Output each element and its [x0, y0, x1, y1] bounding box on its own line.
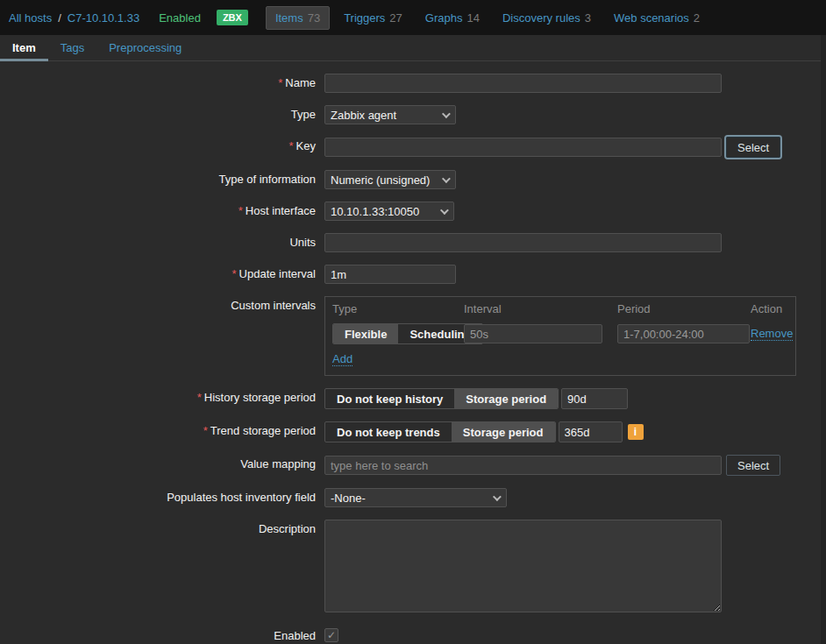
- nav-items-label[interactable]: Items: [275, 11, 303, 25]
- ci-row-interval-cell: [464, 324, 617, 343]
- nav-web-scenarios-label[interactable]: Web scenarios: [614, 11, 689, 25]
- breadcrumb-separator: /: [58, 11, 61, 25]
- required-asterisk: *: [231, 267, 236, 280]
- row-type: Type Zabbix agent: [0, 105, 826, 124]
- trend-storage-toggle: Do not keep trends Storage period: [324, 421, 556, 442]
- name-input[interactable]: [324, 74, 722, 93]
- ci-row-action-cell: Remove: [751, 327, 793, 341]
- row-update-interval: *Update interval: [0, 265, 826, 284]
- row-history-storage: *History storage period Do not keep hist…: [0, 388, 826, 409]
- ci-remove-link[interactable]: Remove: [751, 327, 793, 341]
- type-label: Type: [0, 105, 316, 122]
- nav-items[interactable]: Items 73: [266, 6, 330, 30]
- host-interface-label: *Host interface: [0, 202, 316, 218]
- form-tabbar: Item Tags Preprocessing: [0, 35, 826, 61]
- history-storage-toggle: Do not keep history Storage period: [324, 388, 559, 409]
- nav-graphs-count: 14: [466, 11, 479, 25]
- ci-col-action: Action: [751, 302, 793, 317]
- chevron-down-icon: [442, 110, 451, 118]
- enabled-checkbox[interactable]: ✓: [324, 628, 338, 642]
- key-input[interactable]: [324, 138, 722, 157]
- nav-discovery-rules-count: 3: [585, 11, 591, 25]
- row-custom-intervals: Custom intervals Type Interval Period Ac…: [0, 296, 826, 376]
- history-do-not-keep[interactable]: Do not keep history: [325, 389, 454, 408]
- ci-interval-input[interactable]: [464, 324, 602, 343]
- host-status: Enabled: [159, 11, 201, 25]
- key-select-button[interactable]: Select: [726, 137, 780, 158]
- tab-tags[interactable]: Tags: [48, 35, 96, 60]
- tab-preprocessing[interactable]: Preprocessing: [96, 35, 194, 60]
- host-interface-select-value: 10.10.1.33:10050: [331, 205, 419, 218]
- zbx-agent-badge: ZBX: [217, 10, 248, 25]
- chevron-down-icon: [440, 206, 449, 215]
- info-icon[interactable]: i: [628, 424, 644, 440]
- ci-row-type-cell: Flexible Scheduling: [332, 323, 464, 344]
- type-of-information-label: Type of information: [0, 170, 316, 187]
- units-input[interactable]: [324, 233, 722, 252]
- required-asterisk: *: [203, 424, 208, 437]
- row-trend-storage: *Trend storage period Do not keep trends…: [0, 421, 826, 442]
- nav-web-scenarios-count: 2: [694, 11, 700, 25]
- type-of-information-select[interactable]: Numeric (unsigned): [324, 170, 456, 189]
- required-asterisk: *: [239, 204, 243, 217]
- nav-graphs[interactable]: Graphs 14: [417, 7, 488, 29]
- row-value-mapping: Value mapping Select: [0, 455, 826, 476]
- update-interval-label: *Update interval: [0, 265, 316, 281]
- nav-triggers[interactable]: Triggers 27: [335, 7, 411, 29]
- row-type-of-information: Type of information Numeric (unsigned): [0, 170, 826, 189]
- value-mapping-select-button[interactable]: Select: [726, 455, 780, 476]
- trend-storage-label: *Trend storage period: [0, 421, 316, 438]
- interval-type-toggle: Flexible Scheduling: [332, 323, 483, 344]
- chevron-down-icon: [493, 492, 502, 501]
- nav-triggers-label[interactable]: Triggers: [344, 11, 385, 25]
- required-asterisk: *: [197, 391, 202, 404]
- check-icon: ✓: [327, 629, 336, 641]
- history-storage-period[interactable]: Storage period: [454, 389, 558, 408]
- custom-intervals-table: Type Interval Period Action Flexible Sch…: [324, 296, 796, 376]
- type-select-value: Zabbix agent: [331, 109, 396, 122]
- nav-discovery-rules-label[interactable]: Discovery rules: [502, 11, 580, 25]
- update-interval-input[interactable]: [324, 265, 456, 284]
- custom-intervals-label: Custom intervals: [0, 296, 316, 313]
- key-label: *Key: [0, 137, 316, 153]
- nav-items-count: 73: [308, 11, 320, 25]
- ci-period-input[interactable]: [617, 324, 750, 343]
- description-textarea[interactable]: [324, 520, 722, 612]
- history-storage-label: *History storage period: [0, 388, 316, 405]
- host-navigation-bar: All hosts / C7-10.10.1.33 Enabled ZBX It…: [0, 0, 826, 35]
- ci-col-type: Type: [332, 302, 464, 317]
- value-mapping-input[interactable]: [324, 456, 722, 475]
- enabled-label: Enabled: [0, 626, 316, 643]
- tab-item[interactable]: Item: [0, 35, 48, 60]
- chevron-down-icon: [442, 174, 451, 183]
- row-host-interface: *Host interface 10.10.1.33:10050: [0, 202, 826, 221]
- row-description: Description: [0, 520, 826, 612]
- host-interface-select[interactable]: 10.10.1.33:10050: [324, 202, 454, 221]
- item-form: *Name Type Zabbix agent *Key Select Type…: [0, 61, 826, 644]
- required-asterisk: *: [278, 76, 282, 89]
- nav-triggers-count: 27: [389, 11, 402, 25]
- row-name: *Name: [0, 74, 826, 93]
- breadcrumb-all-hosts[interactable]: All hosts: [9, 11, 52, 25]
- ci-row-period-cell: [617, 324, 751, 343]
- ci-add-link[interactable]: Add: [332, 352, 352, 366]
- breadcrumb-host[interactable]: C7-10.10.1.33: [68, 11, 139, 25]
- trend-storage-period[interactable]: Storage period: [452, 422, 555, 442]
- units-label: Units: [0, 233, 316, 250]
- row-enabled: Enabled ✓: [0, 626, 826, 643]
- scrollbar-track[interactable]: [821, 35, 826, 644]
- host-entity-nav: Items 73 Triggers 27 Graphs 14 Discovery…: [260, 6, 709, 30]
- interval-type-flexible[interactable]: Flexible: [333, 324, 398, 343]
- nav-discovery-rules[interactable]: Discovery rules 3: [494, 7, 600, 29]
- type-select[interactable]: Zabbix agent: [324, 105, 456, 124]
- trend-period-input[interactable]: [559, 421, 623, 442]
- row-units: Units: [0, 233, 826, 252]
- nav-graphs-label[interactable]: Graphs: [425, 11, 463, 25]
- nav-web-scenarios[interactable]: Web scenarios 2: [605, 7, 709, 29]
- row-key: *Key Select: [0, 137, 826, 158]
- inventory-field-select[interactable]: -None-: [324, 488, 507, 507]
- ci-col-interval: Interval: [464, 302, 617, 317]
- description-label: Description: [0, 520, 316, 536]
- trend-do-not-keep[interactable]: Do not keep trends: [325, 422, 452, 442]
- history-period-input[interactable]: [561, 388, 628, 409]
